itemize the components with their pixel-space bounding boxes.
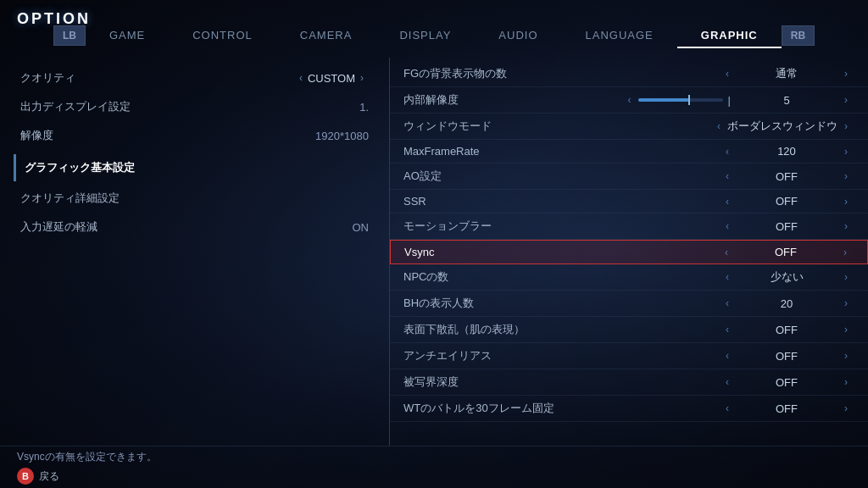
window-mode-controls: ‹ ボーダレスウィンドウ › <box>573 119 854 134</box>
fg-bg-controls: ‹ 通常 › <box>573 66 854 81</box>
bottom-bar: Vsyncの有無を設定できます。 B 戻る <box>0 446 868 488</box>
dof-label: 被写界深度 <box>403 374 573 390</box>
vsync-arrow-right[interactable]: › <box>837 247 854 258</box>
npc-count-label: NPCの数 <box>403 269 573 285</box>
bh-count-row: BHの表示人数 ‹ 20 › <box>390 291 868 317</box>
bh-count-label: BHの表示人数 <box>403 296 573 311</box>
internal-res-label: 内部解像度 <box>403 92 573 108</box>
tab-audio[interactable]: AUDIO <box>475 24 561 47</box>
max-framerate-arrow-right[interactable]: › <box>837 146 854 158</box>
input-delay-label: 入力遅延の軽減 <box>20 219 353 235</box>
window-mode-row: ウィンドウモード ‹ ボーダレスウィンドウ › <box>390 114 868 140</box>
window-mode-arrow-left[interactable]: ‹ <box>710 120 727 132</box>
antialiasing-label: アンチエイリアス <box>403 348 573 363</box>
dof-arrow-right[interactable]: › <box>837 376 854 388</box>
quality-row[interactable]: クオリティ ‹ CUSTOM › <box>14 64 376 92</box>
motion-blur-label: モーションブラー <box>403 219 573 234</box>
ssr-arrow-right[interactable]: › <box>837 196 854 208</box>
fg-bg-arrow-left[interactable]: ‹ <box>719 68 736 80</box>
tab-graphic[interactable]: GRAPHIC <box>677 24 782 47</box>
antialiasing-controls: ‹ OFF › <box>573 350 854 363</box>
internal-res-controls: ‹ | 5 › <box>573 94 854 107</box>
ao-row: AO設定 ‹ OFF › <box>390 164 868 190</box>
dof-row: 被写界深度 ‹ OFF › <box>390 369 868 396</box>
subsurface-scatter-arrow-right[interactable]: › <box>837 324 854 336</box>
display-output-value: 1. <box>359 101 369 114</box>
ao-controls: ‹ OFF › <box>573 170 854 183</box>
wt-30frame-controls: ‹ OFF › <box>573 402 854 415</box>
bh-count-arrow-left[interactable]: ‹ <box>719 297 736 309</box>
window-mode-value: ボーダレスウィンドウ <box>727 119 837 134</box>
npc-count-row: NPCの数 ‹ 少ない › <box>390 264 868 291</box>
subsurface-scatter-value: OFF <box>736 324 837 336</box>
npc-count-controls: ‹ 少ない › <box>573 269 854 285</box>
ssr-value: OFF <box>736 195 837 208</box>
display-output-row: 出力ディスプレイ設定 1. <box>14 93 376 120</box>
fg-bg-arrow-right[interactable]: › <box>837 68 854 80</box>
motion-blur-value: OFF <box>736 220 837 233</box>
internal-res-value: 5 <box>736 94 837 107</box>
slider-track <box>638 98 723 102</box>
bh-count-controls: ‹ 20 › <box>573 297 854 310</box>
motion-blur-arrow-right[interactable]: › <box>837 220 854 232</box>
tab-bar: LB GAME CONTROL CAMERA DISPLAY AUDIO LAN… <box>0 24 868 47</box>
fg-bg-row: FGの背景表示物の数 ‹ 通常 › <box>390 61 868 87</box>
npc-count-arrow-right[interactable]: › <box>837 271 854 283</box>
tab-camera[interactable]: CAMERA <box>276 24 376 47</box>
tab-control[interactable]: CONTROL <box>169 24 276 47</box>
vsync-row[interactable]: Vsync ‹ OFF › <box>390 240 868 264</box>
max-framerate-controls: ‹ 120 › <box>573 145 854 158</box>
quality-arrow-right[interactable]: › <box>355 72 369 84</box>
resolution-row: 解像度 1920*1080 <box>14 122 376 149</box>
tab-lb[interactable]: LB <box>53 25 86 46</box>
internal-res-slider[interactable] <box>638 98 723 102</box>
antialiasing-arrow-right[interactable]: › <box>837 350 854 362</box>
tab-display[interactable]: DISPLAY <box>376 24 475 47</box>
right-panel: FGの背景表示物の数 ‹ 通常 › 内部解像度 ‹ | 5 › <box>390 58 868 446</box>
internal-res-row: 内部解像度 ‹ | 5 › <box>390 87 868 114</box>
motion-blur-arrow-left[interactable]: ‹ <box>719 220 736 232</box>
tab-rb[interactable]: RB <box>782 25 815 46</box>
ao-arrow-left[interactable]: ‹ <box>719 170 736 182</box>
ssr-label: SSR <box>403 195 573 208</box>
bh-count-arrow-right[interactable]: › <box>837 297 854 309</box>
bottom-hint-text: Vsyncの有無を設定できます。 <box>17 450 157 464</box>
ao-label: AO設定 <box>403 169 573 184</box>
display-output-label: 出力ディスプレイ設定 <box>20 99 359 114</box>
dof-arrow-left[interactable]: ‹ <box>719 376 736 388</box>
internal-res-arrow-left[interactable]: ‹ <box>621 94 638 106</box>
back-button[interactable]: B 戻る <box>17 468 157 485</box>
wt-30frame-arrow-right[interactable]: › <box>837 402 854 414</box>
window-mode-arrow-right[interactable]: › <box>837 120 854 132</box>
quality-label: クオリティ <box>20 70 294 86</box>
subsurface-scatter-arrow-left[interactable]: ‹ <box>719 324 736 336</box>
quality-arrow-left[interactable]: ‹ <box>294 72 308 84</box>
quality-detail-row[interactable]: クオリティ詳細設定 <box>14 185 376 212</box>
npc-count-value: 少ない <box>736 269 837 285</box>
max-framerate-label: MaxFrameRate <box>403 145 573 158</box>
tab-language[interactable]: LANGUAGE <box>562 24 677 47</box>
ao-arrow-right[interactable]: › <box>837 170 854 182</box>
wt-30frame-arrow-left[interactable]: ‹ <box>719 402 736 414</box>
graphics-basic-label: グラフィック基本設定 <box>25 160 135 175</box>
back-label: 戻る <box>39 469 59 484</box>
slider-thumb <box>688 95 690 105</box>
fg-bg-label: FGの背景表示物の数 <box>403 66 573 81</box>
ao-value: OFF <box>736 170 837 183</box>
ssr-arrow-left[interactable]: ‹ <box>719 196 736 208</box>
resolution-value: 1920*1080 <box>315 130 369 142</box>
wt-30frame-value: OFF <box>736 402 837 415</box>
npc-count-arrow-left[interactable]: ‹ <box>719 271 736 283</box>
motion-blur-row: モーションブラー ‹ OFF › <box>390 214 868 240</box>
tab-game[interactable]: GAME <box>86 24 169 47</box>
dof-controls: ‹ OFF › <box>573 376 854 389</box>
motion-blur-controls: ‹ OFF › <box>573 220 854 233</box>
subsurface-scatter-row: 表面下散乱（肌の表現） ‹ OFF › <box>390 317 868 343</box>
internal-res-arrow-right[interactable]: › <box>837 94 854 106</box>
antialiasing-row: アンチエイリアス ‹ OFF › <box>390 343 868 369</box>
bottom-info: Vsyncの有無を設定できます。 B 戻る <box>17 450 157 485</box>
vsync-arrow-left[interactable]: ‹ <box>718 247 735 258</box>
antialiasing-arrow-left[interactable]: ‹ <box>719 350 736 362</box>
b-button-icon: B <box>17 468 34 485</box>
max-framerate-arrow-left[interactable]: ‹ <box>719 146 736 158</box>
